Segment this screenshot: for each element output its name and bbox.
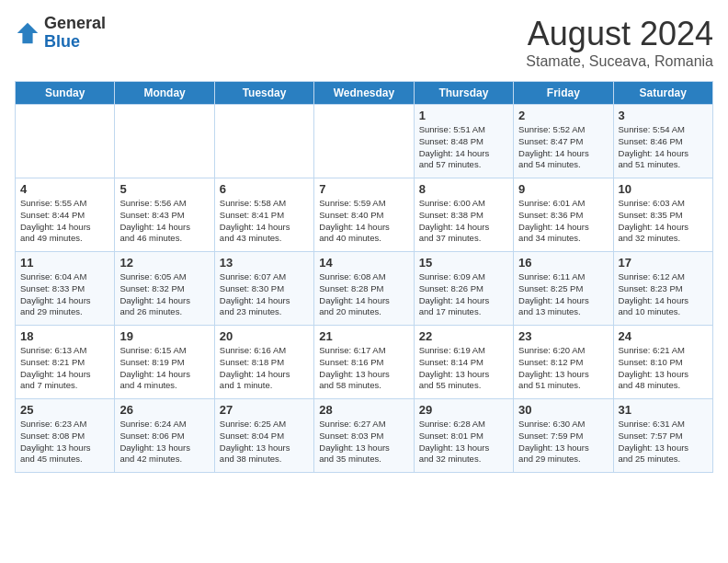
day-number: 26: [119, 403, 209, 417]
day-info: Sunrise: 6:23 AM Sunset: 8:08 PM Dayligh…: [20, 419, 109, 465]
calendar-cell: 1Sunrise: 5:51 AM Sunset: 8:48 PM Daylig…: [414, 105, 513, 178]
day-number: 23: [518, 329, 608, 343]
calendar-cell: [115, 105, 214, 178]
day-info: Sunrise: 5:58 AM Sunset: 8:41 PM Dayligh…: [220, 198, 309, 245]
day-info: Sunrise: 6:27 AM Sunset: 8:03 PM Dayligh…: [319, 419, 408, 465]
weekday-header: Tuesday: [214, 82, 313, 105]
day-number: 1: [419, 109, 508, 122]
weekday-header: Saturday: [613, 82, 712, 105]
day-number: 25: [20, 403, 109, 417]
calendar-cell: 22Sunrise: 6:19 AM Sunset: 8:14 PM Dayli…: [414, 326, 513, 399]
calendar-cell: 21Sunrise: 6:17 AM Sunset: 8:16 PM Dayli…: [314, 326, 414, 399]
location: Stamate, Suceava, Romania: [526, 53, 713, 70]
day-number: 21: [319, 329, 408, 343]
calendar-cell: 4Sunrise: 5:55 AM Sunset: 8:44 PM Daylig…: [16, 178, 115, 252]
day-info: Sunrise: 6:30 AM Sunset: 7:59 PM Dayligh…: [518, 419, 608, 465]
day-info: Sunrise: 6:11 AM Sunset: 8:25 PM Dayligh…: [518, 271, 608, 318]
day-info: Sunrise: 6:19 AM Sunset: 8:14 PM Dayligh…: [419, 345, 508, 392]
calendar-cell: 13Sunrise: 6:07 AM Sunset: 8:30 PM Dayli…: [214, 252, 313, 326]
calendar-cell: 29Sunrise: 6:28 AM Sunset: 8:01 PM Dayli…: [414, 399, 513, 473]
calendar-cell: 3Sunrise: 5:54 AM Sunset: 8:46 PM Daylig…: [613, 105, 712, 178]
day-info: Sunrise: 6:09 AM Sunset: 8:26 PM Dayligh…: [419, 271, 508, 318]
day-info: Sunrise: 6:20 AM Sunset: 8:12 PM Dayligh…: [518, 345, 608, 392]
day-info: Sunrise: 6:28 AM Sunset: 8:01 PM Dayligh…: [419, 419, 508, 465]
day-info: Sunrise: 6:24 AM Sunset: 8:06 PM Dayligh…: [119, 419, 209, 465]
page-header: General Blue August 2024 Stamate, Suceav…: [15, 15, 713, 70]
weekday-header: Thursday: [414, 82, 513, 105]
calendar-week-row: 18Sunrise: 6:13 AM Sunset: 8:21 PM Dayli…: [16, 326, 713, 399]
day-number: 30: [518, 403, 608, 417]
calendar-cell: [314, 105, 414, 178]
calendar-week-row: 25Sunrise: 6:23 AM Sunset: 8:08 PM Dayli…: [16, 399, 713, 473]
calendar-cell: 19Sunrise: 6:15 AM Sunset: 8:19 PM Dayli…: [115, 326, 214, 399]
calendar-cell: 20Sunrise: 6:16 AM Sunset: 8:18 PM Dayli…: [214, 326, 313, 399]
weekday-header-row: SundayMondayTuesdayWednesdayThursdayFrid…: [16, 82, 713, 105]
day-number: 14: [319, 256, 408, 270]
day-number: 11: [20, 256, 109, 270]
day-info: Sunrise: 6:15 AM Sunset: 8:19 PM Dayligh…: [119, 345, 209, 392]
day-number: 15: [419, 256, 508, 270]
calendar-cell: 6Sunrise: 5:58 AM Sunset: 8:41 PM Daylig…: [214, 178, 313, 252]
weekday-header: Sunday: [16, 82, 115, 105]
calendar-cell: [214, 105, 313, 178]
day-info: Sunrise: 6:31 AM Sunset: 7:57 PM Dayligh…: [619, 419, 708, 465]
day-info: Sunrise: 5:52 AM Sunset: 8:47 PM Dayligh…: [518, 124, 608, 171]
calendar-cell: 2Sunrise: 5:52 AM Sunset: 8:47 PM Daylig…: [514, 105, 613, 178]
day-info: Sunrise: 6:17 AM Sunset: 8:16 PM Dayligh…: [319, 345, 408, 392]
calendar-cell: 12Sunrise: 6:05 AM Sunset: 8:32 PM Dayli…: [115, 252, 214, 326]
day-number: 3: [619, 109, 708, 122]
day-info: Sunrise: 6:03 AM Sunset: 8:35 PM Dayligh…: [619, 198, 708, 245]
day-number: 13: [220, 256, 309, 270]
day-info: Sunrise: 5:56 AM Sunset: 8:43 PM Dayligh…: [119, 198, 209, 245]
calendar-cell: 26Sunrise: 6:24 AM Sunset: 8:06 PM Dayli…: [115, 399, 214, 473]
day-number: 28: [319, 403, 408, 417]
calendar-cell: 11Sunrise: 6:04 AM Sunset: 8:33 PM Dayli…: [16, 252, 115, 326]
logo-blue: Blue: [44, 32, 80, 51]
day-number: 24: [619, 329, 708, 343]
calendar-cell: 8Sunrise: 6:00 AM Sunset: 8:38 PM Daylig…: [414, 178, 513, 252]
day-info: Sunrise: 6:07 AM Sunset: 8:30 PM Dayligh…: [220, 271, 309, 318]
calendar-week-row: 11Sunrise: 6:04 AM Sunset: 8:33 PM Dayli…: [16, 252, 713, 326]
day-info: Sunrise: 6:04 AM Sunset: 8:33 PM Dayligh…: [20, 271, 109, 318]
day-number: 18: [20, 329, 109, 343]
day-number: 19: [119, 329, 209, 343]
calendar-cell: 15Sunrise: 6:09 AM Sunset: 8:26 PM Dayli…: [414, 252, 513, 326]
calendar-cell: 27Sunrise: 6:25 AM Sunset: 8:04 PM Dayli…: [214, 399, 313, 473]
calendar-cell: 17Sunrise: 6:12 AM Sunset: 8:23 PM Dayli…: [613, 252, 712, 326]
calendar-cell: 10Sunrise: 6:03 AM Sunset: 8:35 PM Dayli…: [613, 178, 712, 252]
day-info: Sunrise: 6:08 AM Sunset: 8:28 PM Dayligh…: [319, 271, 408, 318]
day-info: Sunrise: 6:01 AM Sunset: 8:36 PM Dayligh…: [518, 198, 608, 245]
calendar-cell: 14Sunrise: 6:08 AM Sunset: 8:28 PM Dayli…: [314, 252, 414, 326]
day-info: Sunrise: 6:16 AM Sunset: 8:18 PM Dayligh…: [220, 345, 309, 392]
day-info: Sunrise: 6:12 AM Sunset: 8:23 PM Dayligh…: [619, 271, 708, 318]
weekday-header: Wednesday: [314, 82, 414, 105]
calendar-cell: 18Sunrise: 6:13 AM Sunset: 8:21 PM Dayli…: [16, 326, 115, 399]
day-info: Sunrise: 6:00 AM Sunset: 8:38 PM Dayligh…: [419, 198, 508, 245]
day-number: 29: [419, 403, 508, 417]
day-number: 9: [518, 182, 608, 196]
calendar-table: SundayMondayTuesdayWednesdayThursdayFrid…: [15, 81, 713, 473]
day-number: 10: [619, 182, 708, 196]
weekday-header: Monday: [115, 82, 214, 105]
calendar-cell: 9Sunrise: 6:01 AM Sunset: 8:36 PM Daylig…: [514, 178, 613, 252]
logo-text: General Blue: [44, 15, 106, 52]
day-number: 12: [119, 256, 209, 270]
day-info: Sunrise: 5:55 AM Sunset: 8:44 PM Dayligh…: [20, 198, 109, 245]
calendar-cell: 16Sunrise: 6:11 AM Sunset: 8:25 PM Dayli…: [514, 252, 613, 326]
title-block: August 2024 Stamate, Suceava, Romania: [526, 15, 713, 70]
calendar-week-row: 4Sunrise: 5:55 AM Sunset: 8:44 PM Daylig…: [16, 178, 713, 252]
weekday-header: Friday: [514, 82, 613, 105]
day-number: 5: [119, 182, 209, 196]
calendar-cell: 28Sunrise: 6:27 AM Sunset: 8:03 PM Dayli…: [314, 399, 414, 473]
day-number: 8: [419, 182, 508, 196]
day-number: 2: [518, 109, 608, 122]
calendar-cell: 30Sunrise: 6:30 AM Sunset: 7:59 PM Dayli…: [514, 399, 613, 473]
day-number: 20: [220, 329, 309, 343]
day-info: Sunrise: 5:54 AM Sunset: 8:46 PM Dayligh…: [619, 124, 708, 171]
day-number: 22: [419, 329, 508, 343]
day-info: Sunrise: 6:05 AM Sunset: 8:32 PM Dayligh…: [119, 271, 209, 318]
day-number: 7: [319, 182, 408, 196]
calendar-cell: 5Sunrise: 5:56 AM Sunset: 8:43 PM Daylig…: [115, 178, 214, 252]
logo-icon: [15, 20, 40, 46]
calendar-cell: 7Sunrise: 5:59 AM Sunset: 8:40 PM Daylig…: [314, 178, 414, 252]
